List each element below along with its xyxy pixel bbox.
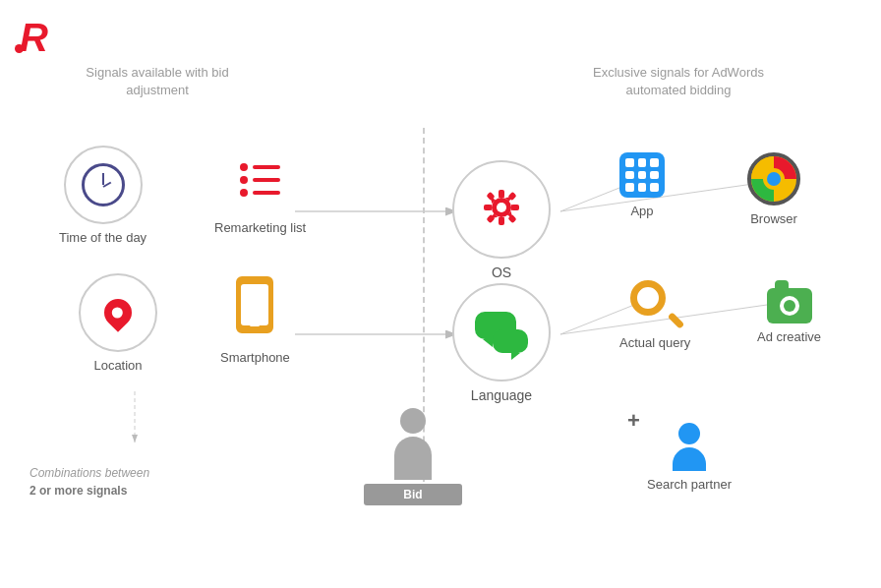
search-partner-label: Search partner (647, 477, 732, 492)
signal-app: App (619, 152, 665, 218)
bid-label: Bid (403, 488, 422, 501)
logo-letter: R (20, 16, 48, 59)
camera-bump (775, 280, 789, 288)
query-label: Actual query (619, 335, 690, 350)
bid-person (394, 408, 432, 480)
time-circle (64, 146, 143, 224)
header-left-label: Signals available with bid adjustment (79, 64, 236, 99)
clock-icon (82, 163, 125, 206)
location-pin (98, 293, 138, 332)
signal-search-partner: Search partner (647, 423, 732, 492)
signal-language: Language (452, 283, 551, 403)
bid-section: Bid (364, 408, 462, 505)
list-icon (240, 163, 280, 197)
logo: R (20, 18, 48, 57)
svg-point-9 (497, 203, 506, 212)
location-label: Location (93, 358, 142, 373)
svg-rect-11 (499, 217, 504, 225)
combinations-text: Combinations between 2 or more signals (29, 464, 149, 500)
signal-os: OS (452, 160, 551, 280)
bid-bar: Bid (364, 484, 462, 505)
os-label: OS (492, 265, 511, 280)
camera-icon (767, 288, 812, 323)
svg-rect-13 (511, 205, 519, 210)
browser-label: Browser (750, 211, 797, 226)
signal-browser: Browser (747, 152, 800, 226)
ad-creative-label: Ad creative (757, 329, 821, 344)
logo-dot (15, 44, 24, 53)
signal-query: Actual query (619, 280, 690, 350)
gear-icon (476, 182, 527, 237)
person-icon (673, 423, 706, 471)
remarketing-label: Remarketing list (214, 220, 306, 235)
smartphone-label: Smartphone (220, 350, 290, 365)
query-icon (630, 280, 679, 329)
signal-ad-creative: Ad creative (757, 280, 821, 344)
signal-location: Location (79, 273, 157, 373)
svg-rect-12 (484, 205, 492, 210)
location-circle (79, 273, 157, 352)
signal-time: Time of the day (59, 146, 147, 245)
language-label: Language (471, 387, 532, 403)
smartphone-icon (236, 276, 273, 333)
signal-remarketing: Remarketing list (214, 146, 306, 235)
plus-sign: + (627, 408, 640, 434)
header-right-label: Exclusive signals for AdWords automated … (590, 64, 767, 99)
app-label: App (630, 204, 653, 218)
time-label: Time of the day (59, 230, 147, 245)
signal-smartphone: Smartphone (220, 265, 290, 365)
svg-rect-10 (499, 190, 504, 198)
app-icon (619, 152, 665, 198)
os-circle (452, 160, 551, 259)
chat-icon (475, 312, 528, 353)
language-circle (452, 283, 551, 382)
browser-icon (747, 152, 800, 206)
